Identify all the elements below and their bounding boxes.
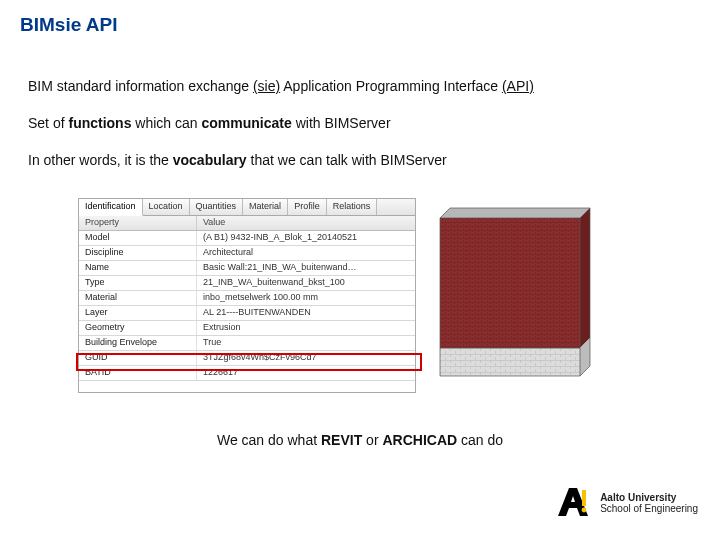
cell-val: AL 21----BUITENWANDEN [197, 306, 415, 320]
text: BIM standard information exchange [28, 78, 253, 94]
aalto-logo-text: Aalto University School of Engineering [600, 492, 698, 514]
table-row[interactable]: DisciplineArchitectural [79, 246, 415, 261]
cell-prop: BATID [79, 366, 197, 380]
table-headers: Property Value [79, 216, 415, 231]
table-row[interactable]: Type21_INB_WA_buitenwand_bkst_100 [79, 276, 415, 291]
screenshot-group: Identification Location Quantities Mater… [78, 198, 598, 418]
cell-prop: Building Envelope [79, 336, 197, 350]
text: Application Programming Interface [280, 78, 502, 94]
cell-prop: Type [79, 276, 197, 290]
header-property: Property [79, 216, 197, 230]
tab-relations[interactable]: Relations [327, 199, 378, 215]
tab-profile[interactable]: Profile [288, 199, 327, 215]
table-row[interactable]: GeometryExtrusion [79, 321, 415, 336]
cell-val: inbo_metselwerk 100.00 mm [197, 291, 415, 305]
text: with BIMServer [292, 115, 391, 131]
cell-prop: Layer [79, 306, 197, 320]
cell-val: Basic Wall:21_INB_WA_buitenwand… [197, 261, 415, 275]
svg-point-15 [582, 508, 587, 513]
cell-val: 21_INB_WA_buitenwand_bkst_100 [197, 276, 415, 290]
table-row[interactable]: Model(A B1) 9432-INB_A_Blok_1_20140521 [79, 231, 415, 246]
bold-vocabulary: vocabulary [173, 152, 247, 168]
svg-marker-9 [440, 218, 580, 348]
cell-val: 3TJZgf68v4Wh$CzFv96Cd7 [197, 351, 415, 365]
header-value: Value [197, 216, 415, 230]
wall-icon [430, 198, 600, 393]
table-row[interactable]: Materialinbo_metselwerk 100.00 mm [79, 291, 415, 306]
cell-prop: Name [79, 261, 197, 275]
svg-marker-8 [440, 208, 590, 218]
bold-functions: functions [68, 115, 131, 131]
underline-sie: (sie) [253, 78, 280, 94]
cell-val: Extrusion [197, 321, 415, 335]
cell-val: Architectural [197, 246, 415, 260]
tab-identification[interactable]: Identification [79, 199, 143, 216]
cell-prop: Geometry [79, 321, 197, 335]
tab-material[interactable]: Material [243, 199, 288, 215]
cell-val: (A B1) 9432-INB_A_Blok_1_20140521 [197, 231, 415, 245]
table-row[interactable]: BATID1226617 [79, 366, 415, 381]
aalto-logo: Aalto University School of Engineering [554, 484, 698, 522]
svg-marker-11 [580, 208, 590, 348]
svg-rect-14 [582, 490, 586, 506]
bold-archicad: ARCHICAD [382, 432, 457, 448]
table-row[interactable]: GUID3TJZgf68v4Wh$CzFv96Cd7 [79, 351, 415, 366]
table-row[interactable]: LayerAL 21----BUITENWANDEN [79, 306, 415, 321]
cell-prop: Model [79, 231, 197, 245]
tab-quantities[interactable]: Quantities [190, 199, 244, 215]
logo-line-2: School of Engineering [600, 503, 698, 514]
underline-api: (API) [502, 78, 534, 94]
cell-prop: Material [79, 291, 197, 305]
text: Set of [28, 115, 68, 131]
properties-panel: Identification Location Quantities Mater… [78, 198, 416, 393]
intro-line-1: BIM standard information exchange (sie) … [28, 78, 534, 94]
panel-tabs: Identification Location Quantities Mater… [79, 199, 415, 216]
text: We can do what [217, 432, 321, 448]
cell-val: 1226617 [197, 366, 415, 380]
table-rows: Model(A B1) 9432-INB_A_Blok_1_20140521 D… [79, 231, 415, 381]
logo-line-1: Aalto University [600, 492, 676, 503]
cell-prop: Discipline [79, 246, 197, 260]
intro-line-3: In other words, it is the vocabulary tha… [28, 152, 447, 168]
table-row[interactable]: NameBasic Wall:21_INB_WA_buitenwand… [79, 261, 415, 276]
text: In other words, it is the [28, 152, 173, 168]
text: or [362, 432, 382, 448]
tab-location[interactable]: Location [143, 199, 190, 215]
wall-3d-preview [430, 198, 600, 393]
svg-marker-10 [440, 348, 580, 376]
text: which can [131, 115, 201, 131]
text: can do [457, 432, 503, 448]
table-row[interactable]: Building EnvelopeTrue [79, 336, 415, 351]
cell-val: True [197, 336, 415, 350]
bold-revit: REVIT [321, 432, 362, 448]
slide-title: BIMsie API [20, 14, 118, 36]
cell-prop: GUID [79, 351, 197, 365]
intro-line-2: Set of functions which can communicate w… [28, 115, 391, 131]
aalto-logo-icon [554, 484, 592, 522]
caption-line: We can do what REVIT or ARCHICAD can do [0, 432, 720, 448]
bold-communicate: communicate [202, 115, 292, 131]
text: that we can talk with BIMServer [247, 152, 447, 168]
